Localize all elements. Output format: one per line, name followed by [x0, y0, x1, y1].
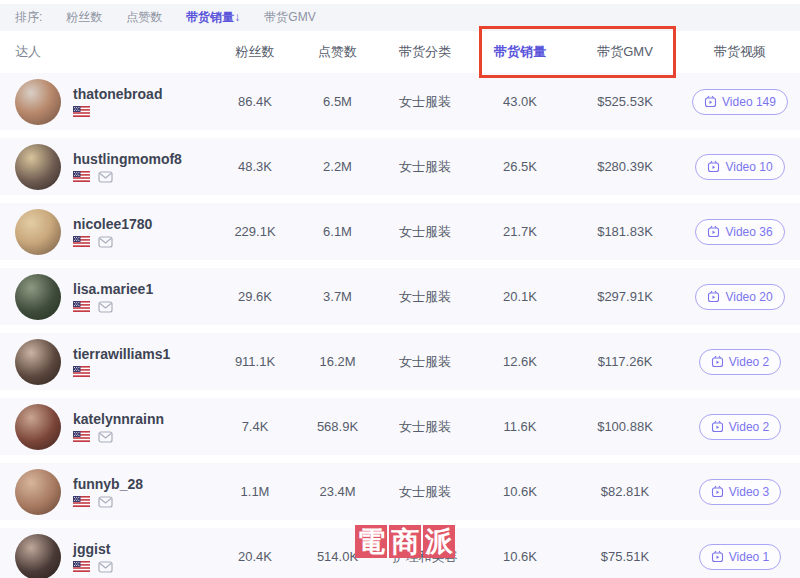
avatar[interactable]	[15, 534, 61, 578]
category-value: 护理和美容	[380, 548, 470, 566]
avatar[interactable]	[15, 339, 61, 385]
sales-value: 43.0K	[470, 94, 570, 109]
us-flag-icon	[73, 301, 90, 312]
gmv-value: $525.53K	[570, 94, 680, 109]
column-header-talent: 达人	[0, 43, 215, 61]
us-flag-icon	[73, 366, 90, 377]
talent-cell: jggist	[0, 534, 215, 578]
video-button[interactable]: Video 1	[699, 544, 781, 570]
column-header-likes[interactable]: 点赞数	[295, 43, 380, 61]
avatar[interactable]	[15, 209, 61, 255]
sort-option-gmv[interactable]: 带货GMV	[264, 9, 315, 26]
column-header-category: 带货分类	[380, 43, 470, 61]
sales-value: 10.6K	[470, 549, 570, 564]
creator-username[interactable]: jggist	[73, 541, 113, 557]
video-icon	[711, 550, 724, 563]
talent-cell: lisa.mariee1	[0, 274, 215, 320]
followers-value: 86.4K	[215, 94, 295, 109]
gmv-value: $100.88K	[570, 419, 680, 434]
video-button[interactable]: Video 20	[695, 284, 784, 310]
gmv-value: $297.91K	[570, 289, 680, 304]
gmv-value: $181.83K	[570, 224, 680, 239]
sort-bar: 排序: 粉丝数 点赞数 带货销量↓ 带货GMV	[0, 4, 800, 31]
likes-value: 3.7M	[295, 289, 380, 304]
gmv-value: $75.51K	[570, 549, 680, 564]
message-icon[interactable]	[98, 236, 113, 248]
category-value: 女士服装	[380, 483, 470, 501]
avatar[interactable]	[15, 144, 61, 190]
video-button[interactable]: Video 2	[699, 349, 781, 375]
video-button[interactable]: Video 149	[692, 89, 788, 115]
table-row: katelynnrainn	[0, 398, 800, 455]
message-icon[interactable]	[98, 431, 113, 443]
video-icon	[707, 290, 720, 303]
table-row: tierrawilliams1	[0, 333, 800, 390]
message-icon[interactable]	[98, 561, 113, 573]
video-button-label: Video 2	[729, 355, 769, 369]
table-body: thatonebroad	[0, 73, 800, 578]
gmv-value: $82.81K	[570, 484, 680, 499]
talent-cell: thatonebroad	[0, 79, 215, 125]
video-button-label: Video 2	[729, 420, 769, 434]
sort-option-sales[interactable]: 带货销量↓	[186, 9, 240, 26]
video-button-label: Video 149	[722, 95, 776, 109]
avatar[interactable]	[15, 404, 61, 450]
creator-username[interactable]: funnyb_28	[73, 476, 143, 492]
creator-username[interactable]: lisa.mariee1	[73, 281, 153, 297]
table-row: lisa.mariee1	[0, 268, 800, 325]
message-icon[interactable]	[98, 171, 113, 183]
us-flag-icon	[73, 496, 90, 507]
video-icon	[707, 225, 720, 238]
category-value: 女士服装	[380, 418, 470, 436]
likes-value: 514.0K	[295, 549, 380, 564]
us-flag-icon	[73, 106, 90, 117]
avatar[interactable]	[15, 274, 61, 320]
followers-value: 29.6K	[215, 289, 295, 304]
message-icon[interactable]	[98, 301, 113, 313]
category-value: 女士服装	[380, 288, 470, 306]
talent-cell: hustlingmomof8	[0, 144, 215, 190]
creator-username[interactable]: katelynnrainn	[73, 411, 164, 427]
sort-option-followers[interactable]: 粉丝数	[66, 9, 102, 26]
table-row: nicolee1780	[0, 203, 800, 260]
creator-username[interactable]: nicolee1780	[73, 216, 152, 232]
followers-value: 1.1M	[215, 484, 295, 499]
avatar[interactable]	[15, 469, 61, 515]
avatar[interactable]	[15, 79, 61, 125]
video-button[interactable]: Video 36	[695, 219, 784, 245]
talent-cell: katelynnrainn	[0, 404, 215, 450]
creator-username[interactable]: hustlingmomof8	[73, 151, 182, 167]
column-header-followers[interactable]: 粉丝数	[215, 43, 295, 61]
talent-cell: funnyb_28	[0, 469, 215, 515]
video-icon	[711, 485, 724, 498]
followers-value: 7.4K	[215, 419, 295, 434]
column-header-gmv[interactable]: 带货GMV	[570, 43, 680, 61]
video-button[interactable]: Video 2	[699, 414, 781, 440]
followers-value: 229.1K	[215, 224, 295, 239]
sales-value: 10.6K	[470, 484, 570, 499]
gmv-value: $280.39K	[570, 159, 680, 174]
sort-option-likes[interactable]: 点赞数	[126, 9, 162, 26]
us-flag-icon	[73, 171, 90, 182]
followers-value: 911.1K	[215, 354, 295, 369]
video-button-label: Video 1	[729, 550, 769, 564]
sales-value: 21.7K	[470, 224, 570, 239]
sales-value: 20.1K	[470, 289, 570, 304]
creator-username[interactable]: thatonebroad	[73, 86, 162, 102]
talent-cell: tierrawilliams1	[0, 339, 215, 385]
video-button[interactable]: Video 3	[699, 479, 781, 505]
sort-label: 排序:	[15, 9, 42, 26]
likes-value: 568.9K	[295, 419, 380, 434]
message-icon[interactable]	[98, 496, 113, 508]
category-value: 女士服装	[380, 158, 470, 176]
sales-value: 11.6K	[470, 419, 570, 434]
video-button[interactable]: Video 10	[695, 154, 784, 180]
video-icon	[711, 420, 724, 433]
gmv-value: $117.26K	[570, 354, 680, 369]
video-icon	[711, 355, 724, 368]
column-header-sales[interactable]: 带货销量	[470, 43, 570, 61]
likes-value: 16.2M	[295, 354, 380, 369]
likes-value: 2.2M	[295, 159, 380, 174]
creator-ranking-page: 排序: 粉丝数 点赞数 带货销量↓ 带货GMV 达人 粉丝数 点赞数 带货分类 …	[0, 4, 800, 578]
creator-username[interactable]: tierrawilliams1	[73, 346, 170, 362]
